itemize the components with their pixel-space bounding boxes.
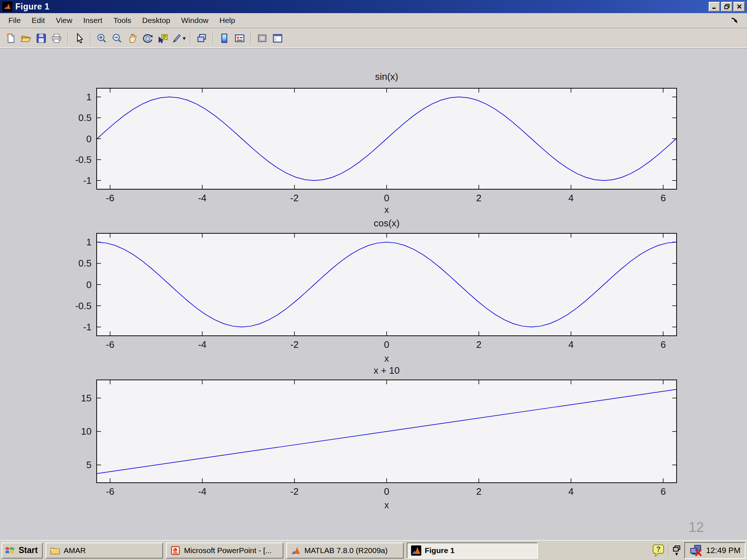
save-figure-icon[interactable] xyxy=(34,31,49,46)
task-figure1[interactable]: Figure 1 xyxy=(407,542,538,559)
dock-figure-icon[interactable] xyxy=(730,16,739,26)
x-tick-label: -6 xyxy=(106,486,114,497)
menubar: File Edit View Insert Tools Desktop Wind… xyxy=(0,13,747,28)
new-figure-icon[interactable] xyxy=(3,31,18,46)
window-title: Figure 1 xyxy=(15,2,708,12)
x-tick-label: 6 xyxy=(661,486,666,497)
x-tick-label: -6 xyxy=(106,339,114,350)
menu-edit[interactable]: Edit xyxy=(26,15,50,26)
minimize-button[interactable] xyxy=(709,2,720,12)
subplot3-title: x + 10 xyxy=(96,365,677,376)
close-button[interactable] xyxy=(734,2,745,12)
rotate-3d-icon[interactable] xyxy=(140,31,155,46)
y-tick-label: 0 xyxy=(86,133,92,144)
x-tick-label: -2 xyxy=(290,486,299,497)
x-tick-label: 0 xyxy=(384,192,389,204)
matlab-icon xyxy=(411,545,421,556)
menu-help[interactable]: Help xyxy=(214,15,240,26)
system-tray: ? ▼ 12:49 PM xyxy=(652,542,746,559)
network-disconnected-icon[interactable] xyxy=(689,544,703,557)
y-tick-label: 0.5 xyxy=(78,112,92,124)
windows-logo-icon xyxy=(4,545,15,556)
data-cursor-icon[interactable] xyxy=(155,31,171,46)
matlab-logo-icon xyxy=(2,1,12,12)
x-tick-label: 2 xyxy=(476,486,481,497)
menu-view[interactable]: View xyxy=(50,15,78,26)
x-tick-label: 4 xyxy=(568,486,573,497)
y-tick-label: 1 xyxy=(86,237,92,248)
window-switcher-icon[interactable]: ▼ xyxy=(673,545,681,556)
task-label: MATLAB 7.8.0 (R2009a) xyxy=(304,546,387,555)
y-tick-label: 0 xyxy=(86,279,92,290)
subplot2-axes[interactable]: -6-4-2024610.50-0.5-1 xyxy=(96,233,677,336)
y-tick-label: -0.5 xyxy=(75,300,92,311)
y-tick-label: -1 xyxy=(83,175,92,186)
toolbar-separator xyxy=(190,32,191,45)
task-matlab[interactable]: MATLAB 7.8.0 (R2009a) xyxy=(286,542,404,559)
menu-window[interactable]: Window xyxy=(176,15,214,26)
task-amar[interactable]: AMAR xyxy=(46,542,163,559)
figure-window: Figure 1 File Edit View Insert Tools Des… xyxy=(0,0,747,560)
subplot1-title: sin(x) xyxy=(96,71,677,82)
x-tick-label: -2 xyxy=(290,339,299,350)
y-tick-label: 10 xyxy=(81,426,92,437)
subplot2-xlabel: x xyxy=(96,353,677,364)
zoom-in-icon[interactable] xyxy=(94,31,109,46)
zoom-out-icon[interactable] xyxy=(109,31,125,46)
menu-desktop[interactable]: Desktop xyxy=(137,15,176,26)
x-tick-label: 0 xyxy=(384,486,389,497)
insert-legend-icon[interactable] xyxy=(232,31,247,46)
start-label: Start xyxy=(19,545,38,555)
print-figure-icon[interactable] xyxy=(49,31,64,46)
subplot1-axes[interactable]: -6-4-2024610.50-0.5-1 xyxy=(96,88,677,190)
x-tick-label: -4 xyxy=(198,339,206,350)
y-tick-label: 15 xyxy=(81,392,92,404)
subplot1-xlabel: x xyxy=(96,205,677,215)
x-tick-label: 4 xyxy=(568,339,573,350)
open-file-icon[interactable] xyxy=(18,31,34,46)
y-tick-label: -0.5 xyxy=(75,154,92,165)
task-label: Figure 1 xyxy=(425,546,454,555)
start-button[interactable]: Start xyxy=(1,542,43,559)
menu-file[interactable]: File xyxy=(3,15,26,26)
task-label: AMAR xyxy=(63,546,86,555)
x-tick-label: 4 xyxy=(568,192,573,204)
x-tick-label: -4 xyxy=(198,486,206,497)
pan-hand-icon[interactable] xyxy=(125,31,140,46)
clock: 12:49 PM xyxy=(706,546,740,555)
link-plot-icon[interactable] xyxy=(194,31,209,46)
toolbar: ▼ xyxy=(0,28,747,48)
task-label: Microsoft PowerPoint - [... xyxy=(184,546,271,555)
y-tick-label: -1 xyxy=(83,321,92,332)
x-tick-label: 2 xyxy=(476,192,481,204)
edit-plot-arrow-icon[interactable] xyxy=(71,31,87,46)
task-powerpoint[interactable]: Microsoft PowerPoint - [... xyxy=(166,542,283,559)
brush-dropdown-icon[interactable]: ▼ xyxy=(182,35,187,41)
x-tick-label: 6 xyxy=(661,339,666,350)
taskbar: Start AMAR Microsoft PowerPoint - [... M… xyxy=(0,540,747,560)
toolbar-separator xyxy=(90,32,91,45)
insert-colorbar-icon[interactable] xyxy=(217,31,232,46)
tray-clock-area: 12:49 PM xyxy=(684,542,746,559)
plot-area xyxy=(97,234,676,335)
matlab-icon xyxy=(291,545,301,556)
show-plot-tools-icon[interactable] xyxy=(270,31,285,46)
powerpoint-icon xyxy=(170,545,181,556)
menu-insert[interactable]: Insert xyxy=(78,15,108,26)
menu-tools[interactable]: Tools xyxy=(108,15,137,26)
help-bubble-icon[interactable]: ? xyxy=(652,544,665,557)
restore-button[interactable] xyxy=(721,2,732,12)
toolbar-separator xyxy=(251,32,251,45)
x-tick-label: 6 xyxy=(661,192,666,204)
plot-area xyxy=(97,89,676,189)
plot-area xyxy=(97,380,676,482)
subplot3-axes[interactable]: -6-4-2024651015 xyxy=(96,380,677,483)
figure-canvas: sin(x) -6-4-2024610.50-0.5-1 x cos(x) -6… xyxy=(0,48,747,540)
brush-data-icon[interactable] xyxy=(171,31,183,46)
x-tick-label: -2 xyxy=(290,192,299,204)
subplot3-xlabel: x xyxy=(96,500,677,510)
y-tick-label: 5 xyxy=(86,459,92,471)
toolbar-separator xyxy=(213,32,213,45)
hide-plot-tools-icon[interactable] xyxy=(255,31,270,46)
y-tick-label: 0.5 xyxy=(78,258,92,269)
